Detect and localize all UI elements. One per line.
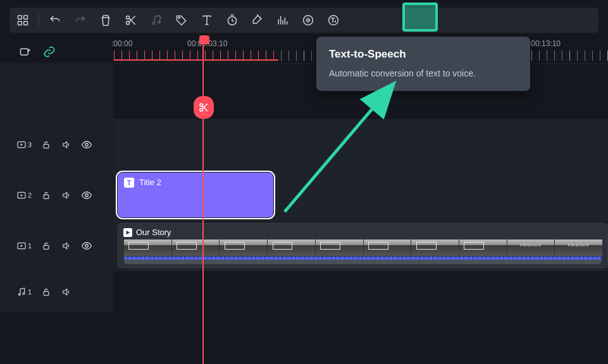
paint-icon[interactable] — [251, 13, 264, 27]
tts-tooltip: Text-to-Speech Automatic conversion of t… — [316, 37, 530, 91]
track-index: 1 — [28, 288, 32, 296]
cut-icon[interactable] — [124, 13, 138, 27]
svg-rect-16 — [44, 144, 49, 148]
tag-icon[interactable] — [175, 13, 189, 27]
music-beat-icon[interactable] — [149, 13, 163, 27]
track-type-icon: 2 — [16, 190, 32, 200]
clip-waveform — [123, 256, 602, 265]
visible-icon[interactable] — [81, 190, 92, 201]
lock-icon[interactable] — [40, 286, 52, 298]
svg-point-17 — [85, 143, 89, 146]
timer-icon[interactable] — [225, 13, 239, 27]
redo-icon[interactable] — [73, 13, 87, 27]
play-icon — [123, 228, 132, 237]
lock-icon[interactable] — [40, 139, 52, 150]
clip-title-2[interactable]: T Title 2 — [118, 173, 273, 217]
ruler-label: 00:00:03:10 — [187, 39, 227, 48]
audio-noise-icon[interactable] — [301, 13, 315, 27]
mute-icon[interactable] — [61, 286, 72, 298]
svg-rect-1 — [24, 16, 28, 20]
svg-point-24 — [18, 293, 20, 295]
track-video-1: 1 Our Story — [0, 220, 608, 270]
track-type-icon: 3 — [16, 140, 32, 150]
mute-icon[interactable] — [61, 139, 72, 150]
track-lane[interactable] — [114, 119, 608, 169]
delete-icon[interactable] — [99, 13, 113, 27]
mute-icon[interactable] — [61, 190, 72, 201]
toolbar — [9, 8, 599, 33]
apps-icon[interactable] — [16, 13, 30, 27]
title-clip-icon: T — [124, 178, 134, 188]
track-audio-1: 1 — [0, 270, 608, 312]
svg-point-25 — [23, 293, 25, 294]
toolbar-separator — [39, 14, 39, 27]
ruler-label: :00:00 — [111, 39, 132, 48]
svg-point-7 — [158, 21, 160, 23]
link-icon[interactable] — [43, 46, 56, 58]
svg-rect-2 — [18, 21, 22, 25]
svg-rect-3 — [24, 21, 28, 25]
tooltip-title: Text-to-Speech — [329, 48, 518, 61]
svg-rect-22 — [44, 245, 49, 249]
clip-label: Our Story — [136, 228, 171, 237]
tracks-area: 3 2 T Title 2 — [0, 63, 608, 364]
lock-icon[interactable] — [40, 190, 52, 201]
track-head: 3 — [0, 119, 114, 169]
svg-rect-26 — [44, 291, 49, 295]
track-head: 1 — [0, 271, 114, 312]
tooltip-body: Automatic conversion of text to voice. — [329, 68, 518, 78]
svg-point-6 — [152, 22, 154, 24]
track-video-2: 2 T Title 2 — [0, 169, 608, 220]
svg-rect-19 — [44, 195, 49, 198]
equalizer-icon[interactable] — [276, 13, 290, 27]
track-index: 2 — [28, 191, 32, 199]
text-to-speech-icon[interactable] — [326, 13, 340, 27]
clip-label: Title 2 — [139, 178, 161, 187]
ruler-controls — [0, 39, 114, 64]
track-video-3: 3 — [0, 119, 608, 169]
undo-icon[interactable] — [48, 13, 62, 27]
mute-icon[interactable] — [61, 240, 72, 252]
track-type-icon: 1 — [16, 241, 32, 251]
clip-our-story[interactable]: Our Story — [118, 223, 608, 268]
visible-icon[interactable] — [81, 139, 92, 150]
svg-rect-12 — [21, 49, 28, 55]
track-head: 1 — [0, 221, 114, 270]
svg-point-11 — [329, 16, 338, 25]
clip-thumbnails — [123, 240, 602, 256]
text-icon[interactable] — [200, 13, 214, 27]
track-head-empty — [0, 64, 114, 119]
lock-icon[interactable] — [40, 240, 52, 252]
track-lane[interactable]: T Title 2 — [114, 170, 608, 220]
track-lane[interactable]: Our Story — [114, 221, 608, 270]
track-lane[interactable] — [114, 271, 608, 312]
track-index: 1 — [28, 242, 32, 250]
svg-point-20 — [85, 193, 89, 197]
svg-point-23 — [85, 244, 89, 247]
ruler-active-region — [114, 51, 278, 61]
track-type-icon: 1 — [16, 287, 32, 297]
ruler-label: :00:13:10 — [529, 39, 561, 48]
svg-rect-0 — [18, 16, 22, 20]
track-index: 3 — [28, 141, 32, 149]
visible-icon[interactable] — [81, 240, 92, 252]
svg-point-8 — [178, 17, 180, 18]
add-track-icon[interactable] — [19, 46, 32, 58]
track-head: 2 — [0, 170, 114, 220]
